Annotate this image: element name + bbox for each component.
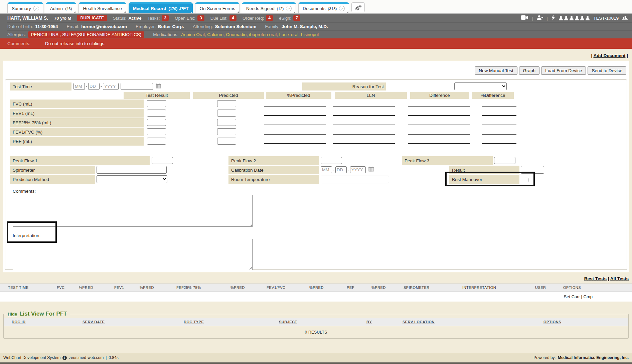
powered-by-company[interactable]: Medical Informatics Engineering, Inc. <box>558 355 629 360</box>
form-comments-textarea[interactable] <box>13 195 253 227</box>
bar-chart-icon[interactable] <box>622 15 628 21</box>
hide-link[interactable]: Hide <box>8 312 17 317</box>
fev1-fvc-predicted-input[interactable] <box>217 128 236 135</box>
sort-options[interactable]: OPTIONS <box>543 320 561 324</box>
peak-flow-1-label: Peak Flow 1 <box>10 156 150 165</box>
allergies-badge[interactable]: PENICILLINS , SULFA(SULFONAMIDE ANTIBIOT… <box>28 31 145 38</box>
tab-count: (313) <box>328 7 337 11</box>
fvc-test-result-input[interactable] <box>147 100 166 107</box>
tab-summary[interactable]: Summary ↗ <box>7 2 43 13</box>
tab-on-screen-forms[interactable]: On Screen Forms <box>195 2 240 13</box>
order-req-count-badge[interactable]: 4 <box>266 15 273 21</box>
fev1-fvc-test-result-input[interactable] <box>147 128 166 135</box>
calendar-icon[interactable] <box>156 83 161 89</box>
calibration-year-input[interactable] <box>350 166 366 173</box>
fef-predicted-input[interactable] <box>217 119 236 126</box>
graph-button[interactable]: Graph <box>519 66 540 75</box>
email-value[interactable]: horner@mieweb.com <box>81 24 127 29</box>
calibration-day-input[interactable] <box>335 166 347 173</box>
family-value: John M. Sample, M.D. <box>282 24 328 29</box>
pef-predicted-input[interactable] <box>217 138 236 145</box>
value-underline <box>408 125 470 125</box>
esign-count-badge[interactable]: 7 <box>293 15 300 21</box>
open-enc-count-badge[interactable]: 3 <box>197 15 204 21</box>
sort-serv-location[interactable]: SERV LOCATION <box>403 320 435 324</box>
attending-label: Attending: <box>193 24 213 29</box>
set-curr-cmp-links[interactable]: Set Curr | Cmp <box>564 294 593 299</box>
popout-icon[interactable]: ↗ <box>339 6 345 11</box>
settings-tab[interactable] <box>351 2 365 12</box>
col-header: %PRED <box>309 286 347 290</box>
send-to-device-button[interactable]: Send to Device <box>588 66 626 75</box>
value-underline <box>264 125 326 125</box>
video-camera-icon[interactable] <box>521 15 528 21</box>
person-icon <box>569 16 574 20</box>
calibration-month-input[interactable] <box>321 166 332 173</box>
info-icon[interactable]: i <box>62 356 67 360</box>
lightning-icon[interactable] <box>551 15 555 21</box>
sort-by[interactable]: BY <box>366 320 372 324</box>
pft-page: | Add Document | New Manual Test Graph L… <box>0 49 632 339</box>
interpretation-textarea[interactable] <box>13 239 253 270</box>
add-person-icon[interactable] <box>537 15 543 21</box>
peak-flow-3-label: Peak Flow 3 <box>402 156 493 165</box>
result-input[interactable] <box>521 166 544 174</box>
all-tests-link[interactable]: All Tests <box>610 276 629 281</box>
calendar-icon[interactable] <box>368 167 374 173</box>
demographics-row: Date of birth:11-30-1954 Email:horner@mi… <box>7 22 632 30</box>
attending-value: Selenium Selenium <box>215 24 257 29</box>
tab-needs-signed[interactable]: Needs Signed (12) ↗ <box>242 2 296 13</box>
sort-serv-date[interactable]: SERV DATE <box>83 320 105 324</box>
tab-medical-record[interactable]: Medical Record (179) :PFT <box>129 2 193 13</box>
room-temperature-input[interactable] <box>321 176 389 183</box>
gears-icon <box>355 5 361 11</box>
webchart-screen: Summary ↗ Admin (46) Health Surveillance… <box>0 0 632 364</box>
sort-doc-type[interactable]: DOC TYPE <box>184 320 204 324</box>
patient-group-icons[interactable] <box>559 16 590 20</box>
dob-label: Date of birth: <box>7 24 33 29</box>
test-date-year-input[interactable] <box>103 83 119 90</box>
load-from-device-button[interactable]: Load From Device <box>541 66 586 75</box>
value-underline <box>408 115 470 116</box>
tab-health-surveillance[interactable]: Health Surveillance <box>78 2 126 13</box>
pef-test-result-input[interactable] <box>147 138 166 145</box>
reason-for-test-select[interactable] <box>454 82 507 90</box>
fvc-predicted-input[interactable] <box>217 100 236 107</box>
comments-label: Comments: <box>7 41 30 46</box>
sort-subject[interactable]: SUBJECT <box>279 320 297 324</box>
due-list-count-badge[interactable]: 4 <box>229 15 236 21</box>
fev1-test-result-input[interactable] <box>147 110 166 117</box>
test-time-input[interactable] <box>121 83 153 90</box>
tab-documents[interactable]: Documents (313) ↗ <box>298 2 349 13</box>
peak-flow-1-input[interactable] <box>152 157 173 164</box>
tab-label: On Screen Forms <box>199 6 235 11</box>
medications-links[interactable]: Aspirin Oral, Calcium, Coumadin, ibuprof… <box>181 32 319 37</box>
row-label-fev1-fvc: FEV1/FVC (%) <box>10 128 144 136</box>
fef-test-result-input[interactable] <box>147 119 166 126</box>
value-underline <box>333 143 395 144</box>
test-date-month-input[interactable] <box>73 83 85 90</box>
best-tests-link[interactable]: Best Tests <box>584 276 607 281</box>
fev1-predicted-input[interactable] <box>217 110 236 117</box>
popout-icon[interactable]: ↗ <box>33 6 39 11</box>
add-document-link[interactable]: Add Document <box>593 53 625 58</box>
footer-host[interactable]: zeus.med-web.com <box>69 355 104 360</box>
tasks-count-badge[interactable]: 3 <box>162 15 169 21</box>
sort-doc-id[interactable]: DOC ID <box>12 320 26 324</box>
tab-admin[interactable]: Admin (46) <box>46 2 76 13</box>
value-underline <box>264 115 326 116</box>
peak-flow-2-input[interactable] <box>321 157 342 164</box>
add-document-row: | Add Document | <box>0 49 632 61</box>
peak-flow-3-input[interactable] <box>494 157 515 164</box>
tab-label: Health Surveillance <box>83 6 122 11</box>
spirometer-input[interactable] <box>97 166 167 174</box>
duplicate-badge[interactable]: DUPLICATE <box>77 15 107 21</box>
test-date-day-input[interactable] <box>88 83 100 90</box>
value-underline <box>482 106 516 107</box>
value-underline <box>264 106 326 107</box>
popout-icon[interactable]: ↗ <box>286 6 292 11</box>
prediction-method-select[interactable] <box>97 175 167 183</box>
new-manual-test-button[interactable]: New Manual Test <box>475 66 517 75</box>
col-pct-difference: %Difference <box>472 92 514 99</box>
best-maneuver-checkbox[interactable] <box>524 178 528 182</box>
